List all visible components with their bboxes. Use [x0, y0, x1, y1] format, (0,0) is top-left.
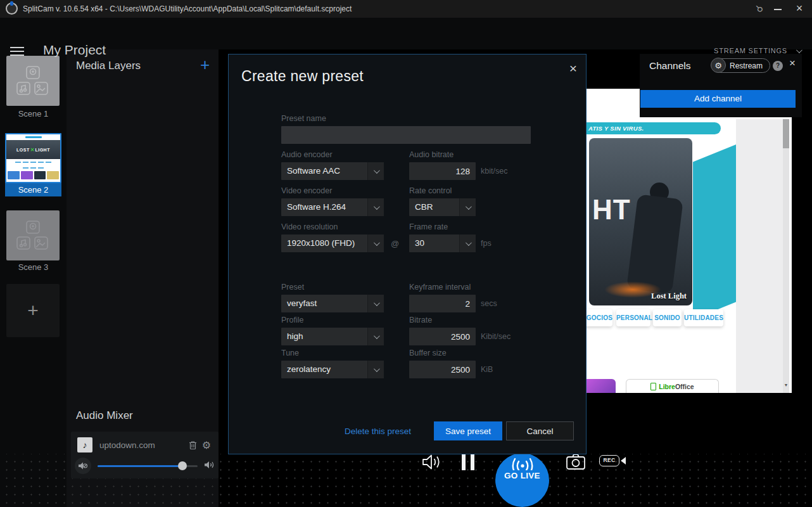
media-layers-heading: Media Layers [76, 60, 141, 72]
poster-caption: Lost Light [651, 292, 687, 301]
tune-select[interactable]: zerolatency [281, 361, 384, 378]
profile-select[interactable]: high [281, 328, 384, 345]
go-live-button[interactable]: GO LIVE [495, 453, 549, 507]
screenshot-camera-icon[interactable] [564, 452, 587, 471]
music-note-icon: ♪ [77, 437, 92, 452]
broadcast-icon [509, 455, 536, 470]
page-banner: ATIS Y SIN VIRUS. [587, 122, 721, 134]
audio-mixer-heading: Audio Mixer [76, 409, 133, 422]
restream-gear-icon[interactable]: ⚙ [711, 58, 726, 73]
scenes-sidebar: Scene 1 LOST✕LIGHT Scene 2 Scene 3 + [0, 49, 67, 507]
video-resolution-select[interactable]: 1920x1080 (FHD) [281, 234, 384, 252]
frame-rate-value: 30 [409, 234, 459, 252]
page-side-panel [736, 119, 783, 393]
pause-icon[interactable] [460, 453, 476, 471]
scene2-game-banner: LOST✕LIGHT [6, 140, 60, 159]
volume-slider-fill [98, 465, 182, 467]
teal-ribbon [693, 144, 736, 319]
add-channel-button[interactable]: Add channel [640, 90, 796, 108]
header-bar: My Project STREAM SETTINGS [0, 18, 812, 49]
office-text: Office [675, 383, 694, 390]
record-icon[interactable]: REC [598, 454, 627, 467]
speaker-icon[interactable] [204, 460, 215, 472]
pin-icon[interactable]: ⚲ [751, 0, 768, 18]
rate-control-select[interactable]: CBR [409, 198, 476, 216]
help-icon[interactable]: ? [773, 61, 783, 71]
add-media-layer-button[interactable]: + [200, 58, 210, 72]
audio-bitrate-label: Audio bitrate [409, 150, 454, 159]
audio-output-speaker-icon[interactable] [421, 452, 443, 472]
tune-value: zerolatency [281, 361, 367, 378]
category-chip: PERSONAL [616, 309, 650, 326]
chevron-down-icon [367, 328, 384, 345]
bitrate-input[interactable] [409, 328, 476, 345]
scene-1-thumbnail[interactable] [6, 56, 60, 106]
channels-close-icon[interactable]: × [785, 56, 799, 70]
window-close-icon[interactable]: × [793, 1, 806, 16]
scene2-banner-x: ✕ [30, 147, 35, 153]
buffer-size-unit: KiB [481, 365, 493, 374]
preset-label: Preset [281, 283, 304, 292]
create-preset-modal: Create new preset × Preset name Audio en… [228, 54, 587, 454]
scene-2-label[interactable]: Scene 2 [5, 183, 61, 196]
category-chip: SONIDO [653, 309, 682, 326]
preset-select[interactable]: veryfast [281, 295, 384, 312]
cancel-button[interactable]: Cancel [506, 421, 574, 440]
audio-bitrate-input[interactable] [409, 162, 476, 180]
rec-lens-icon [621, 457, 626, 465]
go-live-label: GO LIVE [504, 471, 540, 480]
audio-encoder-select[interactable]: Software AAC [281, 162, 384, 180]
gear-icon[interactable]: ⚙ [200, 439, 213, 451]
save-preset-button[interactable]: Save preset [434, 421, 502, 440]
hamburger-menu-icon[interactable] [10, 47, 24, 56]
at-separator: @ [391, 239, 399, 248]
chevron-down-icon [367, 234, 384, 252]
audio-encoder-label: Audio encoder [281, 150, 333, 159]
chevron-down-icon [459, 198, 476, 216]
delete-preset-link[interactable]: Delete this preset [345, 427, 411, 436]
scene2-links-row2 [6, 165, 60, 170]
project-title: My Project [43, 42, 106, 58]
video-encoder-select[interactable]: Software H.264 [281, 198, 384, 216]
buffer-size-input[interactable] [409, 361, 476, 378]
buffer-size-label: Buffer size [409, 349, 447, 357]
modal-close-icon[interactable]: × [564, 60, 582, 77]
category-chip: EGOCIOS [587, 309, 612, 326]
minimize-icon[interactable] [774, 9, 782, 10]
video-resolution-value: 1920x1080 (FHD) [281, 234, 367, 252]
chevron-down-icon [367, 361, 384, 378]
frame-rate-select[interactable]: 30 [409, 234, 476, 252]
chevron-down-icon [367, 295, 384, 312]
poster-figure [626, 194, 683, 294]
chevron-down-icon [367, 162, 384, 180]
browser-layer-preview: ATIS Y SIN VIRUS. HT Lost Light EGOCIOS … [587, 89, 792, 393]
rate-control-label: Rate control [409, 186, 452, 195]
window-title: SplitCam v. 10.6.54 x64 - C:\Users\WDAGU… [23, 4, 352, 13]
splitcam-logo-icon [6, 3, 18, 15]
add-scene-button[interactable]: + [6, 284, 60, 337]
scene-1-label: Scene 1 [0, 109, 67, 119]
game-poster: HT Lost Light [589, 138, 692, 305]
audio-channel-name: uptodown.com [99, 440, 186, 450]
scene2-links-row [6, 159, 60, 165]
title-bar: SplitCam v. 10.6.54 x64 - C:\Users\WDAGU… [0, 0, 812, 18]
media-placeholder-icon [16, 66, 49, 96]
channels-panel: Channels ⚙ Restream ? × [640, 54, 802, 117]
preset-value: veryfast [281, 295, 367, 312]
page-scrollbar [783, 119, 789, 393]
rec-label: REC [599, 455, 619, 466]
volume-slider-handle[interactable] [178, 461, 187, 470]
profile-label: Profile [281, 316, 303, 324]
keyframe-interval-input[interactable] [409, 295, 476, 312]
mute-speaker-icon[interactable] [75, 458, 91, 474]
scene-2-thumbnail[interactable]: LOST✕LIGHT [5, 133, 61, 183]
preset-name-input[interactable] [281, 126, 531, 144]
chevron-down-icon [367, 198, 384, 216]
trash-icon[interactable] [186, 440, 200, 450]
volume-slider[interactable] [98, 465, 198, 467]
scene-3-thumbnail[interactable] [6, 210, 60, 260]
frame-rate-unit: fps [481, 239, 492, 248]
chevron-down-icon [459, 234, 476, 252]
plus-icon: + [27, 301, 39, 320]
audio-bitrate-unit: kbit/sec [481, 167, 507, 176]
